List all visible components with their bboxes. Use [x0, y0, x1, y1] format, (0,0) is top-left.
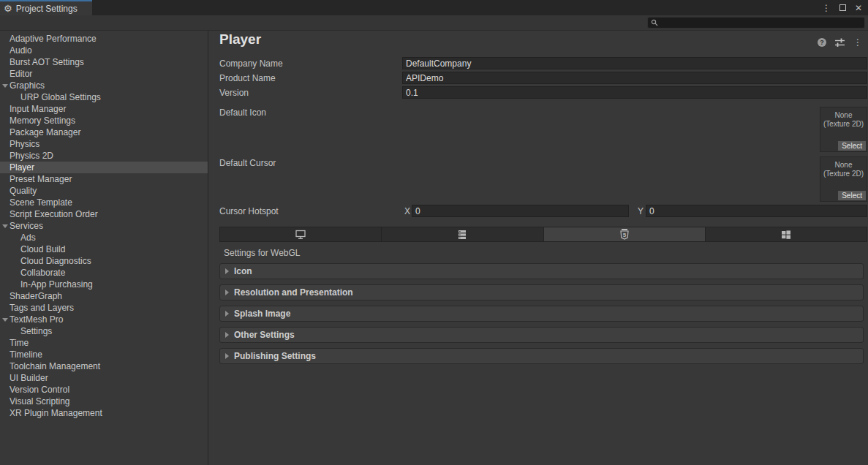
foldout-collapsed-icon[interactable]	[225, 290, 229, 295]
product-name-input[interactable]	[402, 72, 867, 84]
section-label: Resolution and Presentation	[234, 287, 353, 298]
sidebar-item-label: Script Execution Order	[10, 209, 98, 219]
sidebar-item-label: Cloud Diagnostics	[20, 256, 91, 266]
help-icon[interactable]: ?	[818, 38, 826, 47]
default-icon-select-button[interactable]: Select	[838, 141, 866, 151]
sidebar-item-urp-global-settings[interactable]: URP Global Settings	[0, 91, 208, 103]
settings-sections: IconResolution and PresentationSplash Im…	[219, 263, 864, 369]
foldout-collapsed-icon[interactable]	[225, 353, 229, 359]
sidebar-item-label: Audio	[10, 45, 32, 56]
company-name-input[interactable]	[402, 57, 867, 69]
sidebar-item-textmesh-pro[interactable]: TextMesh Pro	[0, 314, 208, 325]
hotspot-y-input[interactable]	[646, 205, 867, 217]
sidebar-item-label: Memory Settings	[10, 116, 75, 126]
preset-sliders-icon[interactable]	[834, 38, 845, 47]
sidebar-item-memory-settings[interactable]: Memory Settings	[0, 115, 208, 126]
sidebar-item-package-manager[interactable]: Package Manager	[0, 126, 208, 138]
foldout-expanded-icon[interactable]	[2, 84, 8, 88]
maximize-icon[interactable]	[839, 4, 846, 11]
sidebar-item-preset-manager[interactable]: Preset Manager	[0, 173, 208, 185]
sidebar-item-label: Burst AOT Settings	[10, 57, 84, 67]
sidebar-item-label: Physics	[10, 139, 39, 149]
section-label: Publishing Settings	[234, 351, 316, 361]
sidebar-item-label: Physics 2D	[10, 151, 53, 161]
sidebar-item-physics-2d[interactable]: Physics 2D	[0, 150, 208, 162]
tab-project-settings[interactable]: ⚙ Project Settings	[0, 0, 92, 15]
settings-for-platform-label: Settings for WebGL	[224, 248, 301, 258]
close-icon[interactable]: ✕	[855, 3, 862, 13]
sidebar-item-shadergraph[interactable]: ShaderGraph	[0, 290, 208, 302]
sidebar-item-ads[interactable]: Ads	[0, 232, 208, 243]
sidebar-item-in-app-purchasing[interactable]: In-App Purchasing	[0, 279, 208, 290]
platform-tab-server[interactable]	[381, 227, 543, 241]
version-label: Version	[219, 88, 249, 98]
page-title: Player	[219, 31, 261, 48]
version-input[interactable]	[402, 86, 867, 99]
default-cursor-texture-slot[interactable]: None (Texture 2D) Select	[820, 156, 867, 202]
search-input[interactable]	[660, 18, 864, 28]
sidebar-item-tags-and-layers[interactable]: Tags and Layers	[0, 302, 208, 314]
player-settings-panel: Player ? ⋮ Company Name Product Name Ver…	[208, 31, 868, 465]
platform-tab-webgl[interactable]: 5	[543, 227, 705, 241]
sidebar-item-xr-plugin-management[interactable]: XR Plugin Management	[0, 407, 208, 419]
sidebar-item-quality[interactable]: Quality	[0, 185, 208, 197]
sidebar-item-label: Collaborate	[20, 268, 65, 278]
hotspot-y-label: Y	[638, 206, 644, 216]
sidebar-item-label: Settings	[20, 326, 52, 336]
sidebar-item-label: Time	[10, 338, 29, 348]
sidebar-item-settings[interactable]: Settings	[0, 325, 208, 337]
sidebar-item-script-execution-order[interactable]: Script Execution Order	[0, 208, 208, 220]
foldout-expanded-icon[interactable]	[2, 318, 8, 322]
platform-tab-monitor[interactable]	[220, 227, 381, 241]
section-icon[interactable]: Icon	[219, 263, 864, 279]
default-icon-texture-slot[interactable]: None (Texture 2D) Select	[820, 107, 867, 152]
sidebar-item-label: ShaderGraph	[10, 291, 62, 301]
sidebar-item-burst-aot-settings[interactable]: Burst AOT Settings	[0, 56, 208, 68]
sidebar-item-time[interactable]: Time	[0, 337, 208, 349]
panel-menu-icon[interactable]: ⋮	[853, 37, 862, 48]
sidebar-item-label: Quality	[10, 186, 37, 196]
sidebar-item-adaptive-performance[interactable]: Adaptive Performance	[0, 33, 208, 45]
sidebar-item-toolchain-management[interactable]: Toolchain Management	[0, 360, 208, 372]
version-row: Version	[219, 86, 867, 99]
sidebar-item-input-manager[interactable]: Input Manager	[0, 103, 208, 115]
hotspot-x-input[interactable]	[412, 205, 629, 217]
foldout-expanded-icon[interactable]	[2, 224, 8, 228]
section-publishing-settings[interactable]: Publishing Settings	[219, 348, 864, 364]
sidebar-item-editor[interactable]: Editor	[0, 68, 208, 80]
section-label: Other Settings	[234, 330, 295, 340]
foldout-collapsed-icon[interactable]	[225, 332, 229, 338]
window-menu-icon[interactable]: ⋮	[822, 3, 831, 13]
company-name-row: Company Name	[219, 57, 867, 69]
sidebar-item-audio[interactable]: Audio	[0, 45, 208, 56]
foldout-collapsed-icon[interactable]	[225, 268, 229, 274]
cursor-hotspot-label: Cursor Hotspot	[219, 206, 279, 216]
sidebar-item-version-control[interactable]: Version Control	[0, 384, 208, 396]
section-other-settings[interactable]: Other Settings	[219, 327, 864, 343]
foldout-collapsed-icon[interactable]	[225, 311, 229, 317]
section-resolution-and-presentation[interactable]: Resolution and Presentation	[219, 284, 864, 300]
section-splash-image[interactable]: Splash Image	[219, 306, 864, 322]
sidebar-item-scene-template[interactable]: Scene Template	[0, 197, 208, 208]
sidebar-item-label: XR Plugin Management	[10, 408, 102, 418]
sidebar-item-graphics[interactable]: Graphics	[0, 80, 208, 91]
product-name-label: Product Name	[219, 73, 276, 83]
sidebar-item-ui-builder[interactable]: UI Builder	[0, 372, 208, 384]
default-icon-texture-value: None (Texture 2D)	[820, 111, 867, 129]
sidebar-item-cloud-diagnostics[interactable]: Cloud Diagnostics	[0, 255, 208, 267]
sidebar-item-player[interactable]: Player	[0, 162, 208, 173]
settings-gear-icon: ⚙	[4, 4, 12, 13]
sidebar: Adaptive PerformanceAudioBurst AOT Setti…	[0, 31, 208, 465]
sidebar-item-services[interactable]: Services	[0, 220, 208, 232]
default-cursor-select-button[interactable]: Select	[838, 191, 866, 200]
cursor-hotspot-row: Cursor Hotspot X Y	[219, 205, 867, 217]
sidebar-item-visual-scripting[interactable]: Visual Scripting	[0, 396, 208, 407]
platform-tab-windows[interactable]	[705, 227, 867, 241]
sidebar-item-collaborate[interactable]: Collaborate	[0, 267, 208, 279]
sidebar-item-timeline[interactable]: Timeline	[0, 349, 208, 360]
sidebar-item-cloud-build[interactable]: Cloud Build	[0, 243, 208, 255]
search-box[interactable]	[647, 17, 865, 29]
sidebar-item-physics[interactable]: Physics	[0, 138, 208, 150]
panel-header-icons: ? ⋮	[818, 37, 862, 48]
section-label: Splash Image	[234, 309, 290, 319]
